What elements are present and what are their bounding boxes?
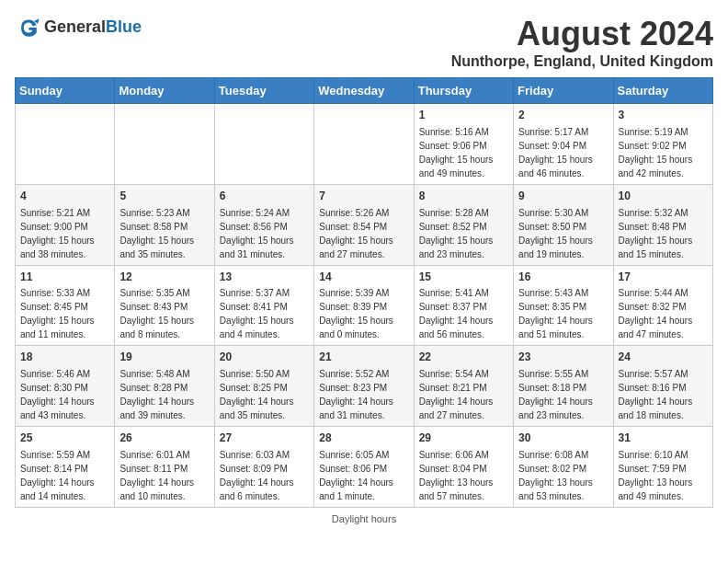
calendar-cell: 3Sunrise: 5:19 AM Sunset: 9:02 PM Daylig… — [613, 104, 712, 185]
day-info: Sunrise: 5:55 AM Sunset: 8:18 PM Dayligh… — [518, 367, 608, 422]
day-number: 21 — [319, 350, 408, 365]
calendar-cell: 14Sunrise: 5:39 AM Sunset: 8:39 PM Dayli… — [314, 265, 414, 346]
calendar-week-row: 11Sunrise: 5:33 AM Sunset: 8:45 PM Dayli… — [16, 265, 713, 346]
day-number: 11 — [20, 270, 109, 285]
day-number: 24 — [619, 350, 708, 365]
calendar-cell: 13Sunrise: 5:37 AM Sunset: 8:41 PM Dayli… — [214, 265, 313, 346]
calendar-cell: 23Sunrise: 5:55 AM Sunset: 8:18 PM Dayli… — [514, 346, 613, 427]
calendar-cell: 20Sunrise: 5:50 AM Sunset: 8:25 PM Dayli… — [214, 346, 313, 427]
calendar-table: SundayMondayTuesdayWednesdayThursdayFrid… — [15, 77, 713, 508]
calendar-cell: 29Sunrise: 6:06 AM Sunset: 8:04 PM Dayli… — [414, 427, 513, 508]
day-number: 10 — [619, 189, 708, 204]
calendar-week-row: 1Sunrise: 5:16 AM Sunset: 9:06 PM Daylig… — [16, 104, 713, 185]
day-header-sunday: Sunday — [16, 78, 115, 104]
day-info: Sunrise: 5:48 AM Sunset: 8:28 PM Dayligh… — [119, 367, 209, 422]
day-number: 4 — [20, 189, 109, 204]
day-number: 22 — [419, 350, 508, 365]
day-number: 1 — [419, 108, 508, 123]
calendar-cell: 24Sunrise: 5:57 AM Sunset: 8:16 PM Dayli… — [613, 346, 712, 427]
logo: GeneralBlue — [15, 15, 142, 40]
day-info: Sunrise: 5:33 AM Sunset: 8:45 PM Dayligh… — [20, 286, 109, 341]
day-number: 14 — [319, 270, 408, 285]
day-header-monday: Monday — [115, 78, 214, 104]
calendar-cell: 30Sunrise: 6:08 AM Sunset: 8:02 PM Dayli… — [514, 427, 613, 508]
day-header-thursday: Thursday — [414, 78, 513, 104]
day-number: 31 — [619, 431, 708, 446]
day-info: Sunrise: 5:54 AM Sunset: 8:21 PM Dayligh… — [419, 367, 508, 422]
day-number: 16 — [518, 270, 608, 285]
day-info: Sunrise: 6:10 AM Sunset: 7:59 PM Dayligh… — [619, 448, 708, 503]
calendar-cell: 1Sunrise: 5:16 AM Sunset: 9:06 PM Daylig… — [414, 104, 513, 185]
day-number: 27 — [220, 431, 309, 446]
calendar-cell: 7Sunrise: 5:26 AM Sunset: 8:54 PM Daylig… — [314, 184, 414, 265]
calendar-cell: 12Sunrise: 5:35 AM Sunset: 8:43 PM Dayli… — [115, 265, 214, 346]
calendar-cell: 15Sunrise: 5:41 AM Sunset: 8:37 PM Dayli… — [414, 265, 513, 346]
day-number: 5 — [119, 189, 209, 204]
day-info: Sunrise: 5:16 AM Sunset: 9:06 PM Dayligh… — [419, 125, 508, 180]
header: GeneralBlue August 2024 Nunthorpe, Engla… — [15, 15, 713, 70]
day-info: Sunrise: 5:43 AM Sunset: 8:35 PM Dayligh… — [518, 286, 608, 341]
calendar-cell: 11Sunrise: 5:33 AM Sunset: 8:45 PM Dayli… — [16, 265, 115, 346]
day-info: Sunrise: 5:32 AM Sunset: 8:48 PM Dayligh… — [619, 206, 708, 261]
day-number: 9 — [518, 189, 608, 204]
day-info: Sunrise: 5:52 AM Sunset: 8:23 PM Dayligh… — [319, 367, 408, 422]
logo-text: GeneralBlue — [44, 18, 142, 37]
day-number: 30 — [518, 431, 608, 446]
day-info: Sunrise: 5:50 AM Sunset: 8:25 PM Dayligh… — [220, 367, 309, 422]
calendar-cell: 6Sunrise: 5:24 AM Sunset: 8:56 PM Daylig… — [214, 184, 313, 265]
day-number: 29 — [419, 431, 508, 446]
day-number: 26 — [119, 431, 209, 446]
calendar-week-row: 4Sunrise: 5:21 AM Sunset: 9:00 PM Daylig… — [16, 184, 713, 265]
day-header-tuesday: Tuesday — [214, 78, 313, 104]
daylight-label: Daylight hours — [332, 513, 396, 524]
day-header-wednesday: Wednesday — [314, 78, 414, 104]
location-label: Nunthorpe, England, United Kingdom — [451, 53, 713, 70]
calendar-cell — [115, 104, 214, 185]
month-year-title: August 2024 — [451, 15, 713, 53]
calendar-cell: 4Sunrise: 5:21 AM Sunset: 9:00 PM Daylig… — [16, 184, 115, 265]
calendar-cell: 5Sunrise: 5:23 AM Sunset: 8:58 PM Daylig… — [115, 184, 214, 265]
day-info: Sunrise: 5:17 AM Sunset: 9:04 PM Dayligh… — [518, 125, 608, 180]
day-info: Sunrise: 5:46 AM Sunset: 8:30 PM Dayligh… — [20, 367, 109, 422]
day-info: Sunrise: 5:23 AM Sunset: 8:58 PM Dayligh… — [119, 206, 209, 261]
calendar-cell: 22Sunrise: 5:54 AM Sunset: 8:21 PM Dayli… — [414, 346, 513, 427]
day-info: Sunrise: 5:39 AM Sunset: 8:39 PM Dayligh… — [319, 286, 408, 341]
day-number: 3 — [619, 108, 708, 123]
day-info: Sunrise: 5:57 AM Sunset: 8:16 PM Dayligh… — [619, 367, 708, 422]
day-info: Sunrise: 6:05 AM Sunset: 8:06 PM Dayligh… — [319, 448, 408, 503]
calendar-cell: 28Sunrise: 6:05 AM Sunset: 8:06 PM Dayli… — [314, 427, 414, 508]
day-number: 25 — [20, 431, 109, 446]
day-info: Sunrise: 6:01 AM Sunset: 8:11 PM Dayligh… — [119, 448, 209, 503]
day-info: Sunrise: 5:21 AM Sunset: 9:00 PM Dayligh… — [20, 206, 109, 261]
calendar-week-row: 18Sunrise: 5:46 AM Sunset: 8:30 PM Dayli… — [16, 346, 713, 427]
day-info: Sunrise: 6:03 AM Sunset: 8:09 PM Dayligh… — [220, 448, 309, 503]
day-info: Sunrise: 5:28 AM Sunset: 8:52 PM Dayligh… — [419, 206, 508, 261]
calendar-cell: 26Sunrise: 6:01 AM Sunset: 8:11 PM Dayli… — [115, 427, 214, 508]
day-number: 28 — [319, 431, 408, 446]
day-number: 13 — [220, 270, 309, 285]
day-number: 12 — [119, 270, 209, 285]
day-number: 15 — [419, 270, 508, 285]
days-header-row: SundayMondayTuesdayWednesdayThursdayFrid… — [16, 78, 713, 104]
calendar-week-row: 25Sunrise: 5:59 AM Sunset: 8:14 PM Dayli… — [16, 427, 713, 508]
day-number: 2 — [518, 108, 608, 123]
calendar-body: 1Sunrise: 5:16 AM Sunset: 9:06 PM Daylig… — [16, 104, 713, 508]
logo-icon — [15, 15, 40, 40]
calendar-cell: 31Sunrise: 6:10 AM Sunset: 7:59 PM Dayli… — [613, 427, 712, 508]
day-number: 18 — [20, 350, 109, 365]
calendar-cell: 27Sunrise: 6:03 AM Sunset: 8:09 PM Dayli… — [214, 427, 313, 508]
day-header-friday: Friday — [514, 78, 613, 104]
calendar-cell: 18Sunrise: 5:46 AM Sunset: 8:30 PM Dayli… — [16, 346, 115, 427]
title-block: August 2024 Nunthorpe, England, United K… — [451, 15, 713, 70]
calendar-cell — [16, 104, 115, 185]
day-info: Sunrise: 5:41 AM Sunset: 8:37 PM Dayligh… — [419, 286, 508, 341]
day-info: Sunrise: 5:35 AM Sunset: 8:43 PM Dayligh… — [119, 286, 209, 341]
calendar-cell — [214, 104, 313, 185]
calendar-cell: 9Sunrise: 5:30 AM Sunset: 8:50 PM Daylig… — [514, 184, 613, 265]
calendar-cell: 19Sunrise: 5:48 AM Sunset: 8:28 PM Dayli… — [115, 346, 214, 427]
calendar-cell: 21Sunrise: 5:52 AM Sunset: 8:23 PM Dayli… — [314, 346, 414, 427]
day-info: Sunrise: 6:08 AM Sunset: 8:02 PM Dayligh… — [518, 448, 608, 503]
day-header-saturday: Saturday — [613, 78, 712, 104]
day-info: Sunrise: 5:30 AM Sunset: 8:50 PM Dayligh… — [518, 206, 608, 261]
day-number: 17 — [619, 270, 708, 285]
